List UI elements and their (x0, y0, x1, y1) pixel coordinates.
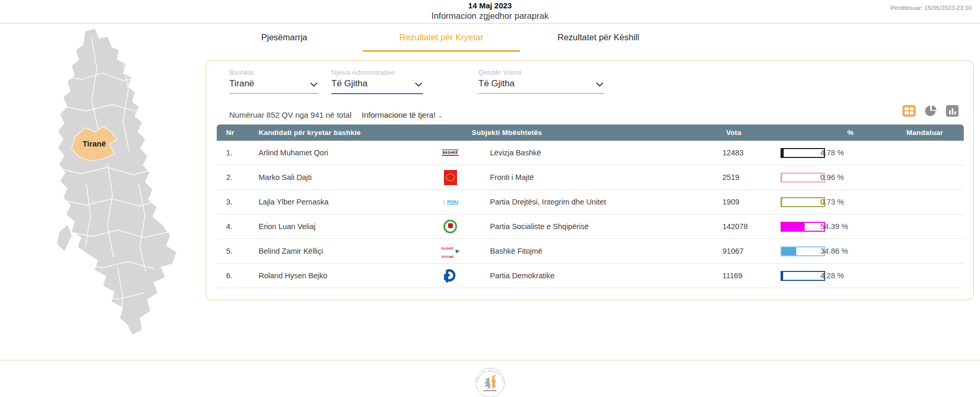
votes-value: 11169 (704, 271, 764, 280)
candidate-name: Lajla Ylber Pernaska (249, 198, 431, 206)
map-region-label: Tiranë (83, 139, 106, 148)
party-logo-pdiu: ❲PDIU (442, 199, 459, 205)
albania-map: Tiranë (44, 27, 183, 341)
njesia-label: Njësia Administrative (331, 69, 423, 76)
percent-value: 34.86 % (815, 247, 886, 255)
row-number: 1. (217, 149, 249, 157)
header-subjekti: Subjekti Mbështetës (469, 129, 704, 137)
party-name: Fronti i Majtë (469, 173, 704, 182)
njesia-administrative-select[interactable]: Njësia Administrative Të Gjitha (331, 67, 423, 94)
party-name: Partia Demokratike (469, 271, 704, 280)
votes-value: 12483 (704, 149, 764, 157)
header-mandatuar: Mandatuar (886, 129, 964, 137)
qender-votimi-select[interactable]: Qendër Votimi Të Gjitha (478, 67, 604, 94)
party-name: Partia Drejtësi, Integrim dhe Unitet (469, 198, 704, 206)
row-number: 6. (217, 271, 249, 280)
page-header: 14 Maj 2023 Informacion zgjedhor parapra… (0, 0, 980, 24)
row-number: 5. (217, 247, 249, 255)
votes-value: 1909 (704, 198, 764, 206)
row-number: 3. (217, 198, 249, 206)
chevron-down-icon: ⌄ (438, 112, 443, 119)
results-panel: Bashkia Tiranë Njësia Administrative Të … (206, 60, 974, 300)
percent-value: 0.73 % (815, 198, 886, 206)
qender-value: Të Gjitha (478, 78, 515, 88)
party-logo-pd (431, 268, 469, 283)
candidate-name: Marko Sali Dajti (249, 173, 431, 182)
party-logo-ps (443, 220, 457, 233)
candidate-name: Arlind Muhamet Qori (249, 149, 431, 157)
kqz-seal-logo: KOMISIONI QENDROR I ZGJEDHJEVE (466, 366, 514, 397)
results-tabs: Pjesëmarrja Rezultatet për Kryetar Rezul… (206, 30, 677, 52)
pie-view-icon[interactable] (925, 105, 937, 117)
heart-icon: ♥ (454, 247, 460, 255)
table-row: 4. Erion Luan Veliaj Partia Socialiste e… (217, 214, 964, 239)
row-number: 2. (217, 173, 249, 182)
country-shape (58, 29, 176, 335)
party-logo-fronti-i-majte (444, 170, 457, 185)
votes-value: 142078 (704, 222, 764, 231)
tab-rezultatet-kryetar[interactable]: Rezultatet për Kryetar (363, 30, 520, 52)
header-vota: Vota (704, 129, 764, 137)
candidate-name: Erion Luan Veliaj (249, 222, 431, 231)
more-info-label: Informacione të tjera! (362, 110, 436, 119)
percent-value: 54.39 % (815, 222, 886, 231)
page-subtitle: Informacion zgjedhor paraprak (0, 11, 980, 21)
candidate-name: Roland Hysen Bejko (249, 271, 431, 280)
candidate-name: Belind Zamir Këlliçi (249, 247, 431, 255)
tab-rezultatet-keshill[interactable]: Rezultatet për Këshill (520, 30, 677, 52)
bashkia-value: Tiranë (229, 78, 254, 88)
percent-value: 4.28 % (815, 271, 886, 280)
table-header-row: Nr Kandidati për kryetar bashkie Subjekt… (217, 124, 964, 141)
more-info-toggle[interactable]: Informacione të tjera!⌄ (362, 110, 443, 119)
table-view-icon[interactable] (903, 105, 916, 117)
view-toggle-group (903, 105, 959, 117)
header-nr: Nr (217, 129, 249, 137)
header-percent: % (815, 129, 886, 137)
tab-pjesemarrja[interactable]: Pjesëmarrja (206, 30, 363, 52)
table-row: 6. Roland Hysen Bejko Partia Demokratike… (217, 264, 964, 288)
votes-value: 91067 (704, 247, 764, 255)
table-row: 5. Belind Zamir Këlliçi BASHKËFITOJMË ♥ … (217, 239, 964, 264)
header-candidate: Kandidati për kryetar bashkie (249, 129, 431, 137)
bashkia-label: Bashkia (229, 69, 318, 76)
election-date-title: 14 Maj 2023 (0, 0, 980, 10)
chevron-down-icon (596, 83, 603, 87)
party-logo-levizja-bashke: BASHKË (442, 150, 458, 156)
party-logo-bashke-fitojme: BASHKËFITOJMË ♥ (441, 243, 459, 259)
percent-value: 4.78 % (815, 149, 886, 157)
coast-sliver (57, 225, 72, 251)
counted-status: Numëruar 852 QV nga 941 në total (229, 110, 351, 119)
party-name: Bashkë Fitojmë (469, 247, 704, 255)
last-updated-timestamp: Përditësuar: 15/05/2023-23:10 (890, 5, 972, 11)
votes-value: 2519 (704, 173, 764, 182)
njesia-value: Të Gjitha (331, 78, 368, 88)
table-row: 2. Marko Sali Dajti Fronti i Majtë 2519 … (217, 165, 964, 190)
bar-view-icon[interactable] (946, 105, 959, 117)
footer-divider (0, 360, 980, 360)
qender-label: Qendër Votimi (478, 69, 604, 76)
results-table: Nr Kandidati për kryetar bashkie Subjekt… (217, 124, 964, 288)
table-row: 3. Lajla Ylber Pernaska ❲PDIU Partia Dre… (217, 190, 964, 214)
chevron-down-icon (415, 83, 422, 87)
party-name: Lëvizja Bashkë (469, 149, 704, 157)
table-row: 1. Arlind Muhamet Qori BASHKË Lëvizja Ba… (217, 141, 964, 165)
percent-value: 0.96 % (815, 173, 886, 182)
chevron-down-icon (310, 83, 317, 87)
row-number: 4. (217, 222, 249, 231)
bashkia-select[interactable]: Bashkia Tiranë (229, 67, 318, 94)
party-name: Partia Socialiste e Shqipërisë (469, 222, 704, 231)
